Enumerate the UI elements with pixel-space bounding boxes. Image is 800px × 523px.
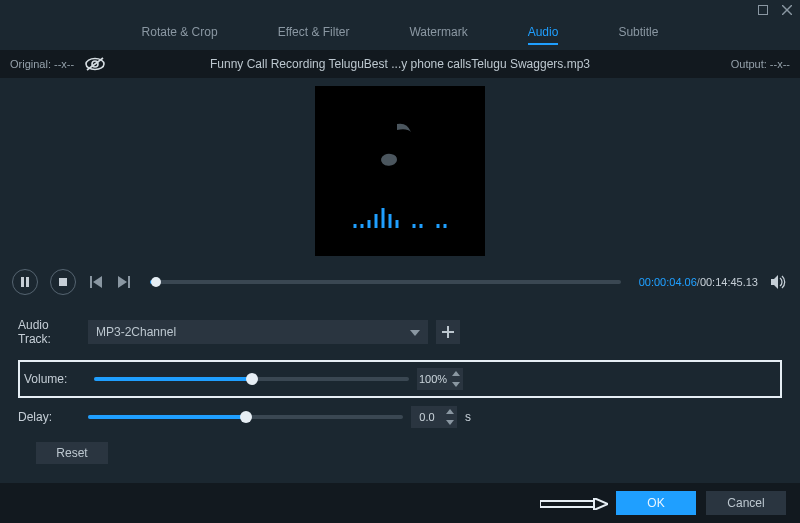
tab-bar: Rotate & Crop Effect & Filter Watermark … [0, 20, 800, 50]
svg-marker-13 [771, 275, 778, 289]
playback-controls: 00:00:04.06/00:14:45.13 [0, 264, 800, 300]
volume-highlighted-region: Volume: 100% [18, 360, 782, 398]
filename: Funny Call Recording TeluguBest ...y pho… [210, 57, 590, 71]
music-note-icon [377, 116, 423, 179]
svg-marker-19 [446, 409, 454, 414]
svg-marker-20 [446, 420, 454, 425]
cancel-button[interactable]: Cancel [706, 491, 786, 515]
stop-button[interactable] [50, 269, 76, 295]
info-bar: Original: --x-- Funny Call Recording Tel… [0, 50, 800, 78]
volume-spinner[interactable]: 100% [417, 368, 463, 390]
volume-icon[interactable] [770, 274, 788, 290]
footer: OK Cancel [0, 483, 800, 523]
audio-track-select[interactable]: MP3-2Channel [88, 320, 428, 344]
preview-area [0, 78, 800, 264]
arrow-down-icon[interactable] [446, 420, 454, 425]
svg-rect-8 [59, 278, 67, 286]
next-track-button[interactable] [116, 274, 132, 290]
svg-marker-22 [594, 498, 608, 510]
svg-rect-7 [26, 277, 29, 287]
svg-marker-17 [452, 371, 460, 376]
svg-rect-12 [128, 276, 130, 288]
equalizer-icon [354, 208, 447, 228]
delay-label: Delay: [18, 410, 80, 424]
prev-track-button[interactable] [88, 274, 104, 290]
reset-button[interactable]: Reset [36, 442, 108, 464]
annotation-arrow-icon [540, 498, 602, 508]
maximize-icon[interactable] [758, 5, 768, 15]
tab-rotate-crop[interactable]: Rotate & Crop [142, 25, 218, 45]
delay-spinner[interactable]: 0.0 [411, 406, 457, 428]
svg-marker-14 [410, 330, 420, 336]
tab-effect-filter[interactable]: Effect & Filter [278, 25, 350, 45]
delay-slider[interactable] [88, 415, 403, 419]
close-icon[interactable] [782, 5, 792, 15]
arrow-up-icon[interactable] [452, 371, 460, 376]
preview-visibility-icon[interactable] [84, 57, 106, 71]
svg-marker-11 [118, 276, 127, 288]
output-label: Output: [731, 58, 767, 70]
svg-marker-18 [452, 382, 460, 387]
svg-rect-6 [21, 277, 24, 287]
svg-rect-9 [90, 276, 92, 288]
original-value: --x-- [54, 58, 74, 70]
arrow-down-icon[interactable] [452, 382, 460, 387]
original-label: Original: [10, 58, 51, 70]
chevron-down-icon [410, 325, 420, 339]
time-display: 00:00:04.06/00:14:45.13 [639, 276, 758, 288]
volume-slider[interactable] [94, 377, 409, 381]
audio-track-label: Audio Track: [18, 318, 80, 346]
svg-rect-21 [540, 501, 594, 507]
pause-button[interactable] [12, 269, 38, 295]
delay-unit: s [465, 410, 471, 424]
arrow-up-icon[interactable] [446, 409, 454, 414]
tab-subtitle[interactable]: Subtitle [618, 25, 658, 45]
playback-progress[interactable] [150, 280, 621, 284]
add-audio-track-button[interactable] [436, 320, 460, 344]
tab-watermark[interactable]: Watermark [409, 25, 467, 45]
tab-audio[interactable]: Audio [528, 25, 559, 45]
svg-marker-10 [93, 276, 102, 288]
svg-rect-0 [759, 6, 768, 15]
preview-box [315, 86, 485, 256]
svg-rect-16 [442, 331, 454, 333]
volume-label: Volume: [24, 372, 86, 386]
output-value: --x-- [770, 58, 790, 70]
ok-button[interactable]: OK [616, 491, 696, 515]
